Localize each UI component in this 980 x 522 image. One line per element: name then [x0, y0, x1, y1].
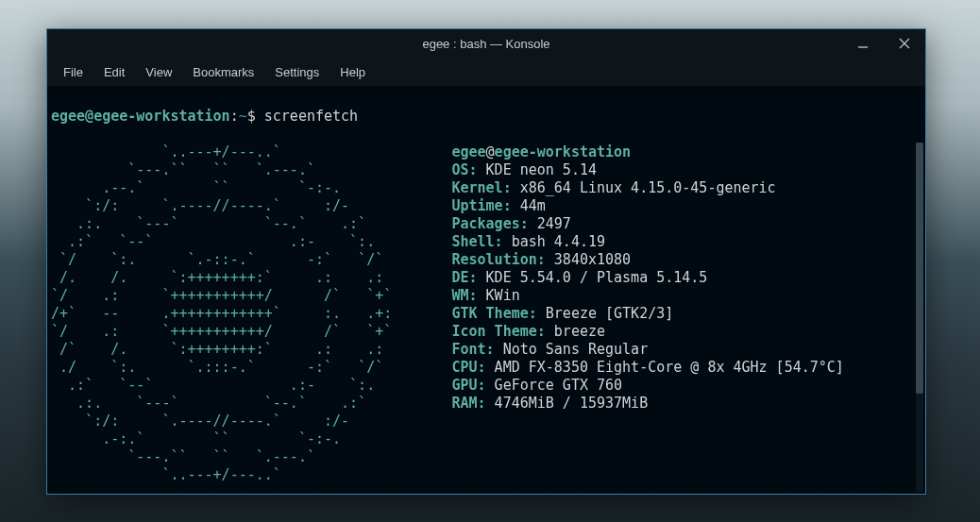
minimize-button[interactable]: [842, 29, 884, 58]
screenfetch-output: `..---+/---..` egee@egee-workstation `--…: [51, 143, 921, 484]
menu-bookmarks[interactable]: Bookmarks: [182, 61, 264, 83]
terminal-pane[interactable]: egee@egee-workstation:~$ screenfetch `..…: [47, 86, 925, 494]
prompt-sep: :: [230, 108, 239, 125]
prompt-path: ~: [239, 108, 247, 125]
menu-help[interactable]: Help: [329, 61, 376, 83]
prompt-user: egee@egee-workstation: [51, 108, 230, 125]
command-text: screenfetch: [264, 108, 358, 125]
menu-settings[interactable]: Settings: [264, 61, 329, 83]
prompt-line-1: egee@egee-workstation:~$ screenfetch: [51, 108, 921, 126]
close-button[interactable]: [884, 29, 925, 58]
scrollbar-thumb[interactable]: [916, 143, 923, 394]
menu-file[interactable]: File: [53, 61, 93, 83]
prompt-sigil: $: [247, 108, 256, 125]
menubar: File Edit View Bookmarks Settings Help: [47, 58, 925, 86]
close-icon: [899, 38, 910, 49]
window-title: egee : bash — Konsole: [47, 37, 925, 51]
konsole-window: egee : bash — Konsole File Edit View Boo…: [46, 28, 926, 495]
menu-view[interactable]: View: [135, 61, 182, 83]
menu-edit[interactable]: Edit: [93, 61, 135, 83]
minimize-icon: [857, 38, 869, 49]
titlebar[interactable]: egee : bash — Konsole: [47, 29, 925, 58]
scrollbar[interactable]: [916, 143, 923, 492]
window-controls: [842, 29, 925, 58]
